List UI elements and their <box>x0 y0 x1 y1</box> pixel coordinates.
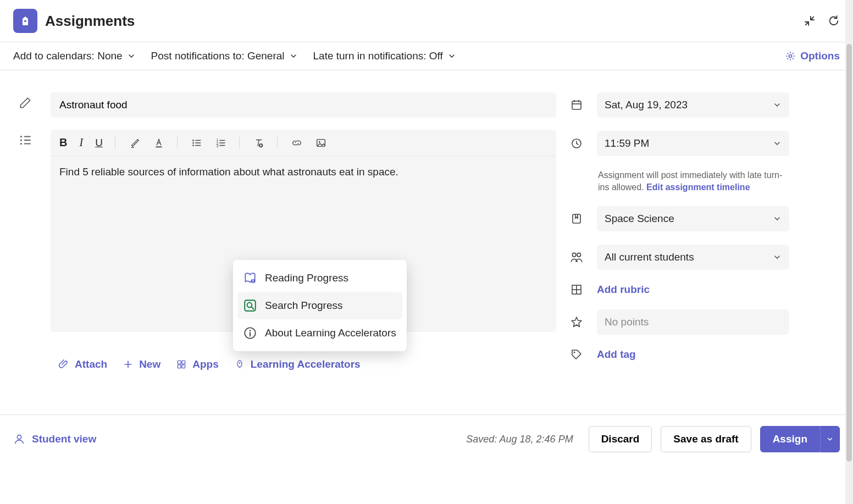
info-icon <box>243 326 257 340</box>
svg-point-4 <box>20 143 22 145</box>
students-selector[interactable]: All current students <box>597 245 789 270</box>
numbered-list-icon[interactable]: 123 <box>215 137 227 149</box>
gear-icon <box>785 51 796 62</box>
plus-icon <box>123 359 134 370</box>
svg-point-12 <box>192 145 194 146</box>
page-title: Assignments <box>45 13 135 30</box>
svg-rect-43 <box>253 280 254 281</box>
saved-timestamp: Saved: Aug 18, 2:46 PM <box>466 434 573 445</box>
svg-point-11 <box>192 142 194 143</box>
svg-point-49 <box>250 330 251 331</box>
discard-button[interactable]: Discard <box>589 426 652 452</box>
bullet-list-icon[interactable] <box>191 137 203 149</box>
svg-point-1 <box>789 55 792 58</box>
learning-accelerators-button[interactable]: Learning Accelerators <box>234 358 361 370</box>
image-icon[interactable] <box>315 137 327 149</box>
scroll-thumb[interactable] <box>846 44 852 462</box>
timeline-note: Assignment will post immediately with la… <box>569 169 789 193</box>
svg-point-37 <box>577 253 581 257</box>
post-notifications-dropdown[interactable]: Post notifications to: General <box>151 50 298 62</box>
svg-rect-25 <box>178 361 181 364</box>
options-toolbar: Add to calendars: None Post notification… <box>0 42 853 70</box>
footer-bar: Student view Saved: Aug 18, 2:46 PM Disc… <box>0 414 853 463</box>
svg-rect-30 <box>572 101 581 109</box>
edit-icon[interactable] <box>18 96 32 110</box>
svg-rect-27 <box>178 365 181 368</box>
reading-progress-item[interactable]: Reading Progress <box>237 264 402 292</box>
due-date-selector[interactable]: Sat, Aug 19, 2023 <box>597 92 789 118</box>
left-rail <box>13 92 37 370</box>
calendars-dropdown[interactable]: Add to calendars: None <box>13 50 136 62</box>
svg-point-2 <box>20 136 22 137</box>
search-progress-icon <box>243 298 257 313</box>
clock-icon <box>569 137 584 150</box>
list-icon[interactable] <box>18 133 32 147</box>
assign-button[interactable]: Assign <box>760 426 820 452</box>
svg-line-47 <box>251 307 253 309</box>
svg-text:3: 3 <box>217 144 219 148</box>
font-color-icon[interactable] <box>153 137 165 149</box>
svg-point-10 <box>192 140 194 141</box>
svg-point-44 <box>252 282 253 283</box>
refresh-icon[interactable] <box>828 15 840 27</box>
search-progress-item[interactable]: Search Progress <box>237 292 402 319</box>
chevron-down-icon <box>127 52 136 60</box>
tag-icon <box>569 348 584 361</box>
svg-point-41 <box>574 352 575 353</box>
add-rubric-link[interactable]: Add rubric <box>597 284 650 296</box>
new-button[interactable]: New <box>123 358 160 370</box>
collapse-icon[interactable] <box>804 15 816 27</box>
rubric-icon <box>569 283 584 296</box>
class-selector[interactable]: Space Science <box>597 206 789 231</box>
underline-icon[interactable]: U <box>95 137 103 149</box>
due-time-selector[interactable]: 11:59 PM <box>597 131 789 156</box>
assignment-title-input[interactable] <box>51 92 556 118</box>
chevron-down-icon <box>447 52 456 60</box>
highlight-icon[interactable] <box>129 137 141 149</box>
svg-rect-0 <box>24 20 26 22</box>
attachment-row: Attach New Apps Learning Accelerators <box>51 358 556 370</box>
add-tag-link[interactable]: Add tag <box>597 348 636 361</box>
learning-accelerators-menu: Reading Progress Search Progress About L… <box>233 260 407 351</box>
clear-formatting-icon[interactable] <box>253 137 265 149</box>
bold-icon[interactable]: B <box>59 136 67 149</box>
assign-dropdown-button[interactable] <box>820 426 840 452</box>
chevron-down-icon <box>289 52 298 60</box>
chevron-down-icon <box>826 435 834 443</box>
scrollbar[interactable] <box>845 0 853 463</box>
assign-split-button: Assign <box>760 426 840 452</box>
apps-button[interactable]: Apps <box>176 358 219 370</box>
reading-progress-icon <box>243 271 257 285</box>
points-input[interactable]: No points <box>597 309 789 335</box>
bookmark-icon <box>569 212 584 225</box>
svg-point-51 <box>17 435 21 439</box>
svg-point-29 <box>239 362 240 364</box>
about-accelerators-item[interactable]: About Learning Accelerators <box>237 319 402 347</box>
star-icon <box>569 315 584 329</box>
chevron-down-icon <box>773 214 782 223</box>
chevron-down-icon <box>773 101 782 109</box>
link-icon[interactable] <box>291 137 303 149</box>
person-icon <box>13 433 25 445</box>
svg-rect-35 <box>573 214 580 223</box>
svg-point-36 <box>572 253 576 257</box>
calendar-icon <box>569 98 584 112</box>
app-icon <box>13 9 37 33</box>
student-view-button[interactable]: Student view <box>13 433 96 445</box>
italic-icon[interactable]: I <box>79 136 83 149</box>
save-draft-button[interactable]: Save as draft <box>661 426 751 452</box>
svg-point-24 <box>319 141 320 142</box>
svg-rect-28 <box>182 365 185 368</box>
paperclip-icon <box>58 359 69 370</box>
people-icon <box>569 250 584 264</box>
options-button[interactable]: Options <box>785 50 840 62</box>
editor-toolbar: B I U 123 <box>51 130 556 156</box>
apps-icon <box>176 359 187 370</box>
chevron-down-icon <box>773 139 782 148</box>
late-notifications-dropdown[interactable]: Late turn in notifications: Off <box>313 50 456 62</box>
edit-timeline-link[interactable]: Edit assignment timeline <box>646 182 750 192</box>
rocket-icon <box>234 359 245 370</box>
chevron-down-icon <box>773 253 782 262</box>
attach-button[interactable]: Attach <box>58 358 107 370</box>
svg-point-3 <box>20 139 22 141</box>
